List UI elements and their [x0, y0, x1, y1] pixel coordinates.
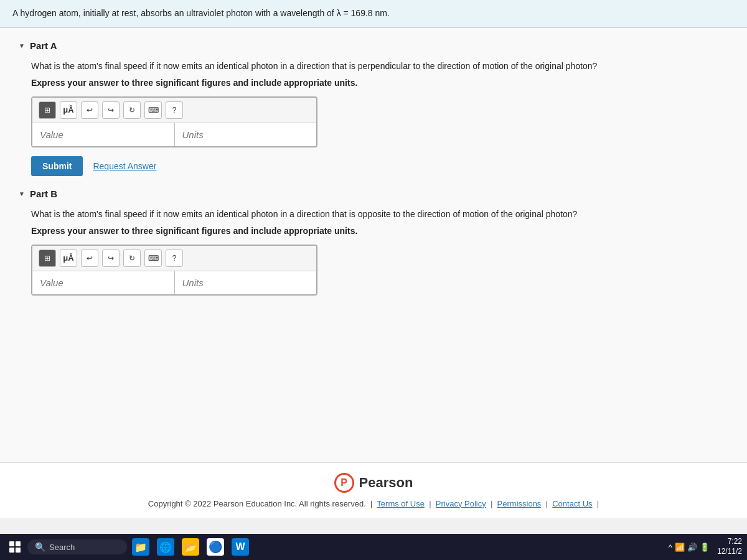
sep1: | — [427, 499, 434, 508]
question-bar: A hydrogen atom, initially at rest, abso… — [0, 0, 747, 28]
volume-icon: 🔊 — [687, 543, 697, 552]
part-a-refresh-button[interactable]: ↻ — [123, 101, 141, 119]
part-b-toolbar: ⊞ μÅ ↩ ↪ ↻ ⌨ ? — [32, 246, 316, 271]
part-a-label: Part A — [30, 40, 57, 51]
part-a-help-button[interactable]: ? — [166, 101, 183, 119]
part-a-value-input[interactable] — [32, 123, 175, 146]
pearson-p-icon: P — [334, 473, 354, 493]
permissions-link[interactable]: Permissions — [497, 499, 542, 508]
part-a-header[interactable]: ▼ Part A — [19, 40, 728, 51]
part-b-mu-icon: μÅ — [63, 253, 73, 263]
part-b-undo-button[interactable]: ↩ — [81, 250, 98, 267]
network-icon: ^ — [669, 543, 672, 552]
part-b-arrow-icon: ▼ — [19, 190, 25, 197]
privacy-policy-link[interactable]: Privacy Policy — [436, 499, 486, 508]
part-a-arrow-icon: ▼ — [19, 42, 25, 49]
folder-icon: 📂 — [182, 538, 199, 556]
part-b-units-input[interactable] — [175, 271, 317, 294]
part-b-value-input[interactable] — [32, 271, 175, 294]
copyright-line: Copyright © 2022 Pearson Education Inc. … — [12, 499, 735, 508]
part-b-instruction: Express your answer to three significant… — [31, 226, 728, 236]
start-button[interactable] — [5, 537, 25, 557]
taskbar-search[interactable]: 🔍 Search — [27, 539, 127, 554]
part-b-keyboard-button[interactable]: ⌨ — [144, 250, 162, 267]
part-b-help-button[interactable]: ? — [166, 250, 183, 267]
part-a-toolbar: ⊞ μÅ ↩ ↪ ↻ ⌨ ? — [32, 98, 316, 123]
word-icon: W — [232, 538, 249, 556]
part-a-submit-row: Submit Request Answer — [31, 156, 728, 176]
taskbar-clock[interactable]: 7:22 12/11/2 — [717, 537, 742, 556]
taskbar: 🔍 Search 📁 🌐 📂 🔵 W ^ 📶 🔊 🔋 7:22 12/11/2 — [0, 534, 747, 560]
part-b-question: What is the atom's final speed if it now… — [31, 208, 728, 221]
taskbar-time-display: 7:22 12/11/2 — [717, 537, 742, 556]
part-a-matrix-icon[interactable]: ⊞ — [39, 101, 56, 119]
part-a-undo-button[interactable]: ↩ — [81, 101, 98, 119]
wifi-icon: 📶 — [675, 543, 685, 552]
part-a-body: What is the atom's final speed if it now… — [19, 60, 728, 176]
pearson-logo-text: Pearson — [359, 475, 413, 491]
question-text: A hydrogen atom, initially at rest, abso… — [12, 8, 390, 18]
taskbar-system-icons: ^ 📶 🔊 🔋 — [669, 543, 710, 552]
windows-icon — [9, 541, 21, 553]
footer: P Pearson Copyright © 2022 Pearson Educa… — [0, 462, 747, 518]
taskbar-explorer[interactable]: 📁 — [129, 536, 152, 558]
part-a-redo-button[interactable]: ↪ — [102, 101, 120, 119]
contact-us-link[interactable]: Contact Us — [552, 499, 592, 508]
part-b-redo-button[interactable]: ↪ — [102, 250, 120, 267]
part-a-request-answer-link[interactable]: Request Answer — [93, 161, 156, 171]
taskbar-folder[interactable]: 📂 — [179, 536, 202, 558]
part-a-keyboard-button[interactable]: ⌨ — [144, 101, 162, 119]
part-b-body: What is the atom's final speed if it now… — [19, 208, 728, 304]
part-a-section: ▼ Part A What is the atom's final speed … — [19, 40, 728, 176]
taskbar-word[interactable]: W — [229, 536, 251, 558]
part-a-submit-button[interactable]: Submit — [31, 156, 83, 176]
part-a-question: What is the atom's final speed if it now… — [31, 60, 728, 73]
part-b-refresh-button[interactable]: ↻ — [123, 250, 141, 267]
part-a-units-input[interactable] — [175, 123, 317, 146]
part-b-input-row — [32, 271, 316, 294]
chrome-icon: 🔵 — [207, 538, 224, 556]
battery-icon: 🔋 — [700, 543, 710, 552]
part-a-mu-button[interactable]: μÅ — [60, 101, 77, 119]
part-b-label: Part B — [30, 189, 57, 199]
part-b-header[interactable]: ▼ Part B — [19, 189, 728, 199]
terms-of-use-link[interactable]: Terms of Use — [377, 499, 425, 508]
explorer-icon: 📁 — [132, 538, 149, 556]
part-b-mu-button[interactable]: μÅ — [60, 250, 77, 267]
part-a-answer-box: ⊞ μÅ ↩ ↪ ↻ ⌨ ? — [31, 96, 317, 147]
sep4: | — [594, 499, 599, 508]
main-content: ▼ Part A What is the atom's final speed … — [0, 28, 747, 462]
part-a-input-row — [32, 123, 316, 146]
search-icon: 🔍 — [35, 542, 45, 552]
taskbar-chrome[interactable]: 🔵 — [204, 536, 227, 558]
mu-icon: μÅ — [63, 105, 73, 114]
part-b-matrix-icon[interactable]: ⊞ — [39, 250, 56, 267]
sep3: | — [543, 499, 550, 508]
taskbar-edge[interactable]: 🌐 — [154, 536, 177, 558]
pearson-logo: P Pearson — [12, 473, 735, 493]
part-b-answer-box: ⊞ μÅ ↩ ↪ ↻ ⌨ ? — [31, 245, 317, 296]
part-a-instruction: Express your answer to three significant… — [31, 78, 728, 88]
sep2: | — [488, 499, 495, 508]
edge-icon: 🌐 — [157, 538, 174, 556]
part-b-section: ▼ Part B What is the atom's final speed … — [19, 189, 728, 304]
search-label: Search — [49, 543, 75, 552]
